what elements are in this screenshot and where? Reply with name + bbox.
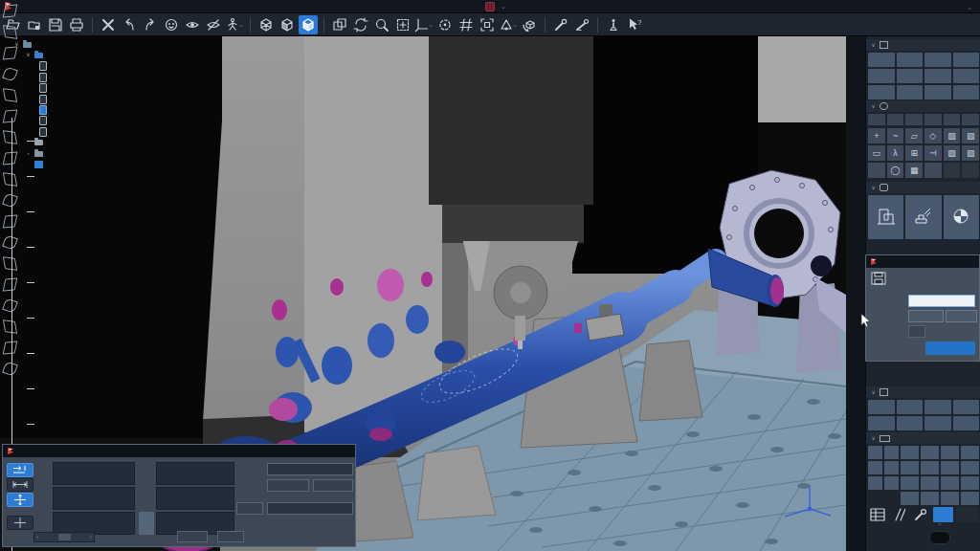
position-alt-button[interactable] xyxy=(7,516,33,530)
select-tip-button[interactable] xyxy=(962,114,979,125)
move-button[interactable] xyxy=(868,69,895,83)
tree-filter-02-part-dimensions[interactable] xyxy=(13,94,181,104)
tree-filter-03-part-fixture-selected[interactable] xyxy=(13,104,181,115)
rotate-button[interactable] xyxy=(897,69,924,83)
undo-button[interactable] xyxy=(120,15,139,34)
grid-button[interactable] xyxy=(457,15,476,34)
key-9[interactable] xyxy=(961,446,979,459)
hide-button[interactable] xyxy=(204,15,223,34)
axis-x-value[interactable] xyxy=(53,462,135,485)
machine-button[interactable] xyxy=(868,195,903,239)
axis-b-value[interactable] xyxy=(156,462,234,485)
para-button[interactable] xyxy=(868,400,895,414)
key-x[interactable] xyxy=(884,446,899,459)
scale-button[interactable] xyxy=(924,53,951,67)
probe-angle-button[interactable] xyxy=(572,15,591,34)
caret-down-icon[interactable]: ∨ xyxy=(13,39,20,50)
simu-section-header[interactable]: ∨ xyxy=(866,182,980,193)
graphic-section-header[interactable]: ∨ xyxy=(866,386,980,398)
surface-icon[interactable] xyxy=(2,4,17,17)
mask-button[interactable] xyxy=(162,15,181,34)
parallel-button[interactable] xyxy=(890,507,909,522)
planung-title-bar[interactable] xyxy=(866,255,979,268)
cube-solid-button[interactable] xyxy=(278,15,297,34)
caret-right-icon[interactable]: › xyxy=(25,148,32,159)
refaxis-button[interactable] xyxy=(944,195,979,239)
grid-button[interactable] xyxy=(924,416,951,430)
editor-section-header[interactable]: ∨ xyxy=(866,39,980,51)
key-3[interactable] xyxy=(961,476,979,490)
trans-button[interactable] xyxy=(953,69,980,83)
rotate-button[interactable] xyxy=(953,400,980,414)
axis-c-value[interactable] xyxy=(156,487,234,510)
clip-button[interactable] xyxy=(924,400,951,414)
key-4[interactable] xyxy=(921,461,939,474)
cursor-help-button[interactable]: ? xyxy=(625,15,644,34)
select-abc-button[interactable] xyxy=(868,163,885,178)
tree-filter-curr[interactable] xyxy=(13,72,181,82)
menu-module[interactable] xyxy=(69,0,82,13)
feed-minus-button[interactable] xyxy=(177,531,208,542)
tool-field[interactable] xyxy=(267,502,353,515)
key-6[interactable] xyxy=(961,461,979,474)
caret-up-icon[interactable]: ⌃ xyxy=(937,522,943,530)
key-7[interactable] xyxy=(921,446,939,459)
select-box-plus-icon[interactable]: ⊞ xyxy=(905,145,923,161)
tplan-button[interactable] xyxy=(905,195,941,239)
key-iy[interactable] xyxy=(868,461,882,474)
select-col-button[interactable] xyxy=(944,114,961,125)
feed-plus-button[interactable] xyxy=(217,531,244,542)
menu-datei[interactable] xyxy=(29,0,42,13)
tree-node-root[interactable]: ∨ xyxy=(13,39,181,50)
toggle-button[interactable] xyxy=(267,479,309,492)
select-all-button[interactable] xyxy=(924,163,942,178)
key-2[interactable] xyxy=(941,476,959,490)
move-mode-button[interactable] xyxy=(7,463,33,477)
select-set-button[interactable] xyxy=(905,114,923,125)
select-surface-a-icon[interactable]: ▨ xyxy=(944,128,961,143)
link-button[interactable] xyxy=(868,85,895,99)
pin-key[interactable] xyxy=(901,492,919,505)
schliessen-button[interactable] xyxy=(925,342,975,355)
backspace-key[interactable] xyxy=(901,446,919,459)
select-plus-icon[interactable]: + xyxy=(868,128,885,143)
position-mode-button[interactable] xyxy=(7,493,33,507)
table-list-button[interactable] xyxy=(868,507,887,522)
key-5[interactable] xyxy=(941,461,959,474)
tree-filter-05-blank-fixture[interactable] xyxy=(13,126,181,137)
frame-select-button[interactable] xyxy=(478,15,497,34)
tree-filter-01-part[interactable] xyxy=(13,83,181,94)
limit-button[interactable] xyxy=(868,53,895,67)
save-icon[interactable] xyxy=(871,272,886,285)
select-section-header[interactable]: ∨ xyxy=(866,100,980,112)
tree-node-set[interactable]: › xyxy=(13,148,181,159)
filter-button[interactable]: ⌄ xyxy=(225,15,244,34)
attr-button[interactable] xyxy=(868,416,895,430)
up-key[interactable] xyxy=(901,461,919,474)
axis-y-value[interactable] xyxy=(53,487,135,510)
chevron-down-icon[interactable]: ⌄ xyxy=(501,3,506,11)
measure-button[interactable] xyxy=(604,15,623,34)
select-bound-icon[interactable]: ⊣ xyxy=(924,145,942,161)
delete-button[interactable] xyxy=(99,15,118,34)
select-ent-button[interactable] xyxy=(868,114,885,125)
key-8[interactable] xyxy=(941,446,959,459)
view-button[interactable] xyxy=(897,400,924,414)
select-grid-box-icon[interactable]: ▦ xyxy=(905,163,923,178)
key-minus[interactable] xyxy=(961,492,979,505)
dialog-title-bar[interactable] xyxy=(3,445,355,457)
scroll-left-icon[interactable]: ‹ xyxy=(36,534,38,540)
feed-scrollbar-thumb[interactable] xyxy=(58,534,71,540)
select-face-icon[interactable]: ▭ xyxy=(868,145,885,161)
invert-button[interactable] xyxy=(946,310,977,322)
select-surface-b-icon[interactable]: ▧ xyxy=(962,128,979,143)
select-hatch-b-icon[interactable]: ▧ xyxy=(962,145,979,161)
view-button[interactable]: ⌄ xyxy=(499,15,518,34)
feed-scrollbar[interactable]: ‹ › xyxy=(33,532,95,542)
wrench-button[interactable] xyxy=(911,507,930,522)
select-plane-icon[interactable]: ▱ xyxy=(905,128,923,143)
select-ellipse-icon[interactable]: ◯ xyxy=(887,163,904,178)
select-hatch-a-icon[interactable]: ▨ xyxy=(944,145,961,161)
tree-filter-04-part-blank[interactable] xyxy=(13,116,181,126)
proj-button[interactable] xyxy=(953,85,980,99)
